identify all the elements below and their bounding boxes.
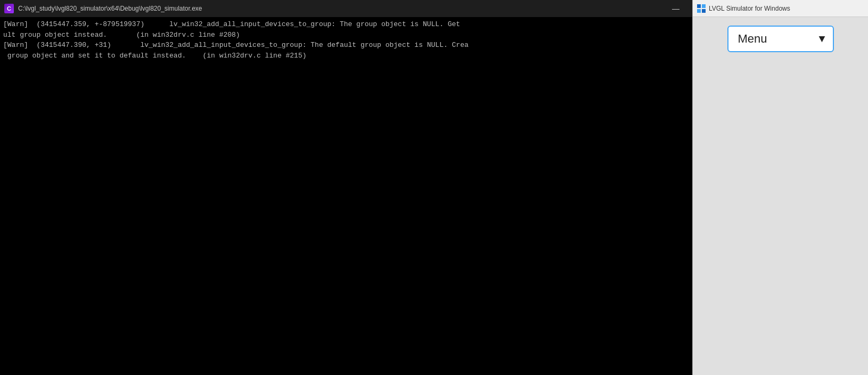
console-app-icon: C — [4, 4, 14, 13]
svg-rect-2 — [697, 9, 701, 13]
console-line-4: group object and set it to default inste… — [3, 51, 689, 61]
simulator-window: LVGL Simulator for Windows Menu ▼ — [692, 0, 868, 375]
minimize-button[interactable]: — — [664, 1, 688, 16]
console-body: [Warn] (3415447.359, +-879519937) lv_win… — [0, 17, 692, 375]
menu-label: Menu — [738, 32, 767, 46]
console-line-3: [Warn] (3415447.390, +31) lv_win32_add_a… — [3, 40, 689, 51]
svg-rect-3 — [702, 9, 706, 13]
simulator-app-icon — [697, 4, 706, 13]
menu-dropdown[interactable]: Menu ▼ — [727, 26, 834, 52]
simulator-titlebar: LVGL Simulator for Windows — [693, 0, 868, 17]
console-window-controls: — — [664, 1, 688, 16]
console-titlebar: C C:\lvgl_study\lvgl820_simulator\x64\De… — [0, 0, 692, 17]
dropdown-arrow-icon: ▼ — [818, 33, 825, 45]
console-line-2: ult group object instead. (in win32drv.c… — [3, 30, 689, 40]
console-line-1: [Warn] (3415447.359, +-879519937) lv_win… — [3, 19, 689, 30]
simulator-title: LVGL Simulator for Windows — [709, 5, 864, 12]
svg-rect-0 — [697, 4, 701, 8]
console-window: C C:\lvgl_study\lvgl820_simulator\x64\De… — [0, 0, 692, 375]
console-title: C:\lvgl_study\lvgl820_simulator\x64\Debu… — [18, 5, 659, 12]
svg-rect-1 — [702, 4, 706, 8]
console-icon-letter: C — [7, 5, 11, 12]
simulator-body: Menu ▼ — [693, 17, 868, 375]
